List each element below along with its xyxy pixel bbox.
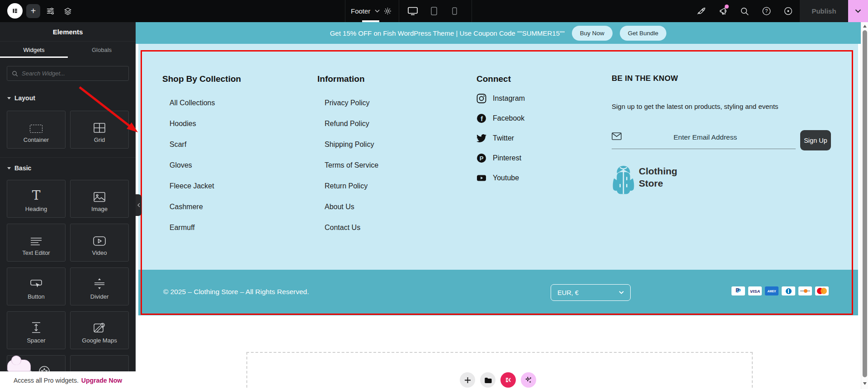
publish-options-button[interactable]	[848, 0, 868, 22]
signup-button[interactable]: Sign Up	[800, 130, 831, 150]
panel-collapse-handle[interactable]	[136, 194, 142, 216]
image-icon	[94, 180, 105, 204]
tab-globals[interactable]: Globals	[68, 42, 136, 58]
site-settings-button[interactable]	[43, 0, 57, 22]
search-icon	[12, 70, 18, 77]
svg-text:?: ?	[765, 8, 768, 14]
youtube-icon	[476, 173, 486, 183]
logo-text-line2: Store	[639, 177, 677, 189]
pro-cloud-illustration	[7, 360, 31, 371]
email-input[interactable]	[626, 133, 784, 141]
scrollbar-thumb[interactable]	[863, 30, 867, 377]
search-widget-input[interactable]	[22, 70, 124, 77]
chevron-down-icon	[619, 291, 624, 294]
ai-builder-button[interactable]	[521, 372, 536, 388]
hoodie-icon	[612, 165, 635, 197]
footer-link[interactable]: Hoodies	[170, 120, 215, 128]
widget-spacer[interactable]: Spacer	[7, 311, 66, 349]
add-element-button[interactable]: +	[26, 4, 40, 18]
panel-title: Elements	[0, 22, 136, 42]
widget-text-editor[interactable]: Text Editor	[7, 224, 66, 262]
device-desktop-button[interactable]	[404, 0, 422, 22]
widget-grid[interactable]: Grid	[70, 111, 129, 149]
structure-button[interactable]	[61, 0, 75, 22]
footer-link[interactable]: Gloves	[170, 161, 215, 169]
publish-button[interactable]: Publish	[800, 0, 848, 22]
tab-widgets[interactable]: Widgets	[0, 42, 68, 58]
chevron-down-icon	[855, 9, 861, 13]
add-template-button[interactable]	[480, 372, 495, 388]
social-link-twitter[interactable]: Twitter	[476, 133, 525, 143]
checklist-button[interactable]	[694, 0, 708, 22]
social-link-pinterest[interactable]: P Pinterest	[476, 153, 525, 163]
social-link-youtube[interactable]: Youtube	[476, 173, 525, 183]
canvas-scrollbar[interactable]	[861, 22, 868, 389]
heading-icon: T	[32, 180, 41, 204]
footer-link[interactable]: Refund Policy	[325, 120, 378, 128]
document-switcher[interactable]: Footer	[351, 0, 380, 22]
widget-google-maps[interactable]: Google Maps	[70, 311, 129, 349]
gear-icon	[383, 7, 392, 15]
footer-link[interactable]: Terms of Service	[325, 161, 378, 169]
widget-image[interactable]: Image	[70, 180, 129, 218]
elementor-logo-icon	[11, 7, 19, 15]
social-link-instagram[interactable]: Instagram	[476, 94, 525, 103]
kit-library-button[interactable]	[500, 372, 516, 388]
whats-new-button[interactable]	[717, 0, 731, 22]
section-layout[interactable]: Layout	[7, 94, 35, 102]
pinterest-icon: P	[476, 153, 486, 163]
device-tablet-button[interactable]	[425, 0, 443, 22]
folder-icon	[484, 377, 492, 384]
clothing-store-logo[interactable]: Clothing Store	[612, 165, 677, 197]
section-basic[interactable]: Basic	[7, 164, 31, 172]
grid-icon	[94, 111, 105, 135]
footer-link[interactable]: Shipping Policy	[325, 141, 378, 149]
active-document-indicator	[362, 20, 379, 22]
kit-library-icon	[505, 376, 512, 384]
scroll-down-arrow[interactable]	[863, 382, 867, 385]
finder-search-button[interactable]	[738, 0, 751, 22]
footer-link[interactable]: Return Policy	[325, 182, 378, 190]
widget-container[interactable]: Container	[7, 111, 66, 149]
social-link-facebook[interactable]: f Facebook	[476, 113, 525, 123]
help-button[interactable]: ?	[760, 0, 773, 22]
device-mobile-button[interactable]	[445, 0, 463, 22]
footer-link[interactable]: All Collections	[170, 99, 215, 107]
elementor-menu-button[interactable]	[7, 3, 23, 19]
payment-methods: P P VISA AMEX	[731, 286, 829, 295]
elements-panel: Elements Widgets Globals Layout Containe…	[0, 22, 136, 389]
widget-button[interactable]: Button	[7, 267, 66, 305]
footer-link[interactable]: Scarf	[170, 141, 215, 149]
panel-tabs: Widgets Globals	[0, 42, 136, 58]
currency-select[interactable]: EUR, €	[551, 284, 631, 301]
preview-button[interactable]	[781, 0, 795, 22]
widget-divider[interactable]: Divider	[70, 267, 129, 305]
payment-mastercard-icon	[815, 286, 829, 295]
upgrade-now-link[interactable]: Upgrade Now	[81, 377, 122, 384]
email-underline	[612, 149, 796, 149]
container-icon	[30, 111, 42, 135]
widget-video[interactable]: Video	[70, 224, 129, 262]
add-widget-button[interactable]	[460, 372, 475, 388]
newsletter-subtext: Sign up to get the latest on products, s…	[612, 103, 778, 110]
footer-link[interactable]: Contact Us	[325, 224, 378, 232]
footer-link[interactable]: Privacy Policy	[325, 99, 378, 107]
svg-text:f: f	[481, 115, 483, 122]
footer-link[interactable]: Earmuff	[170, 224, 215, 232]
footer-heading-newsletter: BE IN THE KNOW	[612, 74, 678, 83]
sparkles-icon	[524, 376, 533, 384]
scroll-up-arrow[interactable]	[863, 25, 867, 28]
footer-link[interactable]: About Us	[325, 203, 378, 211]
widget-heading[interactable]: T Heading	[7, 180, 66, 218]
footer-link[interactable]: Fleece Jacket	[170, 182, 215, 190]
search-icon	[740, 7, 749, 16]
editor-top-bar: + Footer	[0, 0, 868, 22]
footer-link[interactable]: Cashmere	[170, 203, 215, 211]
get-bundle-button[interactable]: Get Bundle	[620, 26, 667, 41]
preview-canvas: Get 15% OFF on Fish WordPress Theme | Us…	[136, 22, 861, 389]
payment-visa-icon: VISA	[748, 286, 762, 295]
active-tab-indicator	[0, 56, 68, 58]
buy-now-button[interactable]: Buy Now	[572, 26, 613, 41]
footer-heading-shop: Shop By Collection	[162, 74, 241, 84]
document-settings-button[interactable]	[381, 0, 394, 22]
